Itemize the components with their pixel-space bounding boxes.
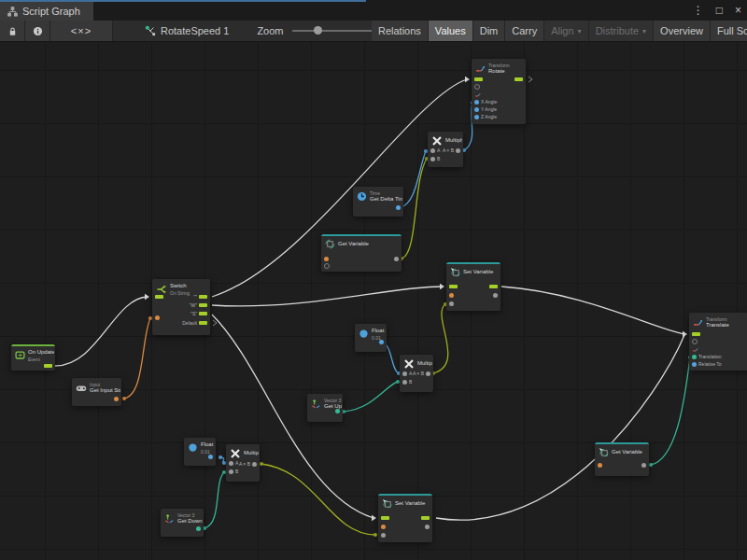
node-get-input-string[interactable]: InputGet Input String bbox=[72, 378, 121, 406]
port-right[interactable] bbox=[514, 77, 523, 82]
port-left[interactable] bbox=[155, 294, 163, 300]
port-left-a[interactable]: A bbox=[430, 147, 440, 153]
wire-switch-to-setvar-top[interactable] bbox=[212, 287, 442, 306]
flow-port bbox=[474, 77, 483, 81]
port-left-a[interactable]: A bbox=[229, 460, 238, 466]
port-left[interactable] bbox=[324, 263, 330, 269]
port-right[interactable] bbox=[208, 454, 213, 459]
node-multiply-top[interactable]: MultiplyABA × B bbox=[428, 132, 463, 167]
wire-getvar-to-translate[interactable] bbox=[651, 357, 690, 465]
node-get-up[interactable]: Vector 3Get Up bbox=[307, 394, 343, 422]
gamepad-icon bbox=[76, 383, 87, 394]
data-port bbox=[425, 525, 430, 529]
flow-port bbox=[155, 295, 163, 299]
port-right[interactable] bbox=[196, 525, 201, 531]
node-color-bar bbox=[378, 494, 432, 496]
wire-getdown-to-multiply[interactable] bbox=[204, 472, 224, 528]
port-left[interactable] bbox=[474, 84, 480, 90]
wire-input-to-switch[interactable] bbox=[124, 318, 150, 399]
node-header-text: TransformRotate bbox=[488, 63, 510, 76]
vector3-icon bbox=[164, 513, 175, 524]
node-set-variable-bot[interactable]: Set Variable bbox=[378, 494, 432, 542]
node-get-variable-mid[interactable]: Get Variable bbox=[321, 234, 402, 272]
wire-arrowhead bbox=[145, 294, 149, 300]
port-right[interactable] bbox=[114, 396, 119, 401]
wire-switch-to-setvar-bot[interactable] bbox=[212, 315, 374, 518]
port-left[interactable] bbox=[449, 284, 458, 289]
port-right[interactable] bbox=[396, 204, 401, 210]
port-right--[interactable]: "" bbox=[193, 294, 207, 300]
port-right[interactable] bbox=[489, 284, 498, 289]
port-left[interactable] bbox=[449, 292, 454, 298]
port-label: A bbox=[437, 147, 440, 153]
wire-arrowhead bbox=[440, 284, 444, 289]
port-left[interactable] bbox=[692, 346, 698, 352]
node-set-variable-top[interactable]: Set Variable bbox=[446, 262, 500, 311]
data-port bbox=[208, 455, 213, 459]
open-flow-chevron bbox=[529, 77, 532, 82]
port-right-a-b[interactable]: A × B bbox=[443, 147, 460, 153]
wire-getup-to-multiply[interactable] bbox=[344, 382, 398, 412]
port-label: B bbox=[235, 469, 238, 474]
node-translate[interactable]: TransformTranslateTranslationRelative To bbox=[689, 313, 747, 371]
port-right[interactable] bbox=[425, 524, 430, 529]
port-right[interactable] bbox=[379, 339, 384, 344]
port-left-y-angle[interactable]: Y Angle bbox=[474, 106, 497, 112]
port-left-b[interactable]: B bbox=[402, 379, 412, 385]
port-label: Translation bbox=[698, 354, 722, 359]
port-left[interactable] bbox=[155, 315, 160, 320]
node-get-variable-br[interactable]: Get Variable bbox=[595, 442, 649, 476]
wire-endpoint bbox=[649, 463, 653, 467]
port-left-z-angle[interactable]: Z Angle bbox=[474, 114, 497, 119]
data-port bbox=[229, 461, 233, 466]
node-get-down[interactable]: Vector 3Get Down bbox=[161, 509, 204, 537]
wire-multiply-to-setvar-top[interactable] bbox=[433, 304, 448, 373]
data-port bbox=[474, 100, 479, 105]
port-right[interactable] bbox=[335, 408, 340, 413]
port-left[interactable] bbox=[474, 77, 483, 82]
port-left[interactable] bbox=[381, 515, 389, 521]
port-left[interactable] bbox=[324, 256, 329, 261]
wire-setvar-top-to-translate[interactable] bbox=[501, 287, 684, 334]
data-port bbox=[381, 533, 386, 538]
port-left-translation[interactable]: Translation bbox=[692, 354, 722, 359]
port-left[interactable] bbox=[598, 462, 602, 468]
port-left-b[interactable]: B bbox=[229, 469, 238, 474]
port-label: Z Angle bbox=[481, 114, 497, 119]
port-right-default[interactable]: Default bbox=[182, 320, 207, 326]
wire-getvar-to-multiply[interactable] bbox=[402, 159, 427, 259]
port-right[interactable] bbox=[421, 515, 430, 521]
port-right[interactable] bbox=[641, 462, 646, 468]
node-float-bot[interactable]: Float0.01 bbox=[184, 438, 216, 466]
port-left[interactable] bbox=[381, 532, 386, 538]
node-multiply-bot[interactable]: MultiplyABA × B bbox=[226, 444, 260, 482]
port-left-a[interactable]: A bbox=[402, 371, 412, 376]
port-left[interactable] bbox=[381, 524, 386, 529]
port-left[interactable] bbox=[449, 301, 454, 306]
port-left[interactable] bbox=[692, 331, 700, 337]
port-left-b[interactable]: B bbox=[430, 156, 440, 161]
wire-setvar-bot-to-translate[interactable] bbox=[436, 335, 684, 520]
port-right[interactable] bbox=[394, 256, 399, 261]
port-right--w-[interactable]: "W" bbox=[190, 302, 207, 308]
port-right[interactable] bbox=[493, 292, 498, 298]
node-title: Get Variable bbox=[338, 241, 369, 248]
port-left-x-angle[interactable]: X Angle bbox=[474, 99, 497, 105]
node-rotate[interactable]: TransformRotateX AngleY AngleZ Angle bbox=[472, 59, 526, 124]
port-left[interactable] bbox=[692, 339, 698, 344]
port-left-relative-to[interactable]: Relative To bbox=[692, 361, 722, 367]
node-get-delta-time[interactable]: TimeGet Delta Time bbox=[353, 187, 403, 217]
port-right-a-b[interactable]: A × B bbox=[413, 371, 430, 376]
graph-layer: On UpdateEventInputGet Input StringSwitc… bbox=[0, 0, 747, 560]
node-multiply-mid[interactable]: MultiplyABA × B bbox=[400, 355, 433, 392]
node-float-mid[interactable]: Float0.01 bbox=[355, 324, 387, 352]
node-switch-on-string[interactable]: SwitchOn String"""W""S"Default bbox=[152, 279, 210, 335]
port-right[interactable] bbox=[44, 363, 52, 369]
wire-multiply-to-setvar-bot[interactable] bbox=[261, 464, 375, 535]
wire-deltatime-to-multiply[interactable] bbox=[401, 151, 426, 207]
wire-update-to-switch[interactable] bbox=[55, 297, 148, 366]
node-on-update[interactable]: On UpdateEvent bbox=[11, 344, 55, 371]
port-right-a-b[interactable]: A × B bbox=[239, 461, 257, 467]
port-right--s-[interactable]: "S" bbox=[190, 311, 207, 316]
port-left[interactable] bbox=[474, 91, 481, 97]
